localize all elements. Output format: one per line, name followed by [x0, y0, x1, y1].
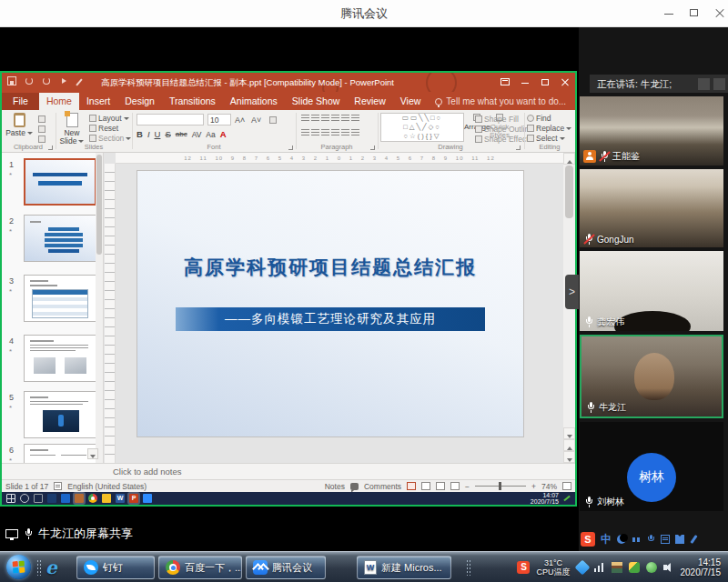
bold-button[interactable]: B [136, 129, 143, 139]
slide-thumbnail-4[interactable] [24, 335, 96, 382]
shapes-gallery[interactable]: ▭▭╲╲□○ □△╲╱◇○ ○☆(){}▽ [380, 113, 464, 142]
thumbnail-scroll-down-button[interactable] [87, 448, 98, 459]
close-button[interactable] [708, 0, 728, 27]
tray-app-icon[interactable] [612, 562, 622, 573]
next-slide-button[interactable] [563, 451, 575, 463]
taskbar-button-word[interactable]: W 新建 Micros... [357, 556, 451, 579]
font-name-box[interactable] [136, 114, 204, 125]
taskbar-button-dingtalk[interactable]: 钉钉 [76, 556, 155, 579]
find-button[interactable]: Find [527, 114, 551, 123]
remote-powerpoint-icon[interactable]: P [129, 494, 138, 503]
tab-transitions[interactable]: Transitions [162, 93, 223, 110]
strikethrough-button[interactable]: S [165, 129, 170, 139]
tab-slideshow[interactable]: Slide Show [285, 93, 348, 110]
participant-tile-1[interactable]: 王能鉴 [580, 96, 723, 166]
change-case-button[interactable]: Aa [206, 130, 215, 139]
sogou-tray-icon[interactable]: S [517, 561, 530, 574]
clear-format-button[interactable] [269, 115, 278, 125]
participant-tile-3[interactable]: 龚宏伟 [580, 251, 723, 331]
zoom-slider[interactable] [475, 486, 526, 487]
remote-meeting-icon[interactable] [143, 494, 152, 503]
slide-thumbnail-6[interactable] [24, 444, 96, 463]
zoom-out-button[interactable]: − [465, 482, 470, 491]
fit-to-window-button[interactable] [562, 482, 571, 490]
slide[interactable]: 高原学科预研项目结题总结汇报 ——多向模锻工艺理论研究及其应用 [137, 171, 523, 436]
tab-review[interactable]: Review [347, 93, 392, 110]
slide-sorter-view-button[interactable] [421, 482, 430, 490]
language-indicator[interactable]: English (United States) [67, 482, 147, 491]
reading-view-button[interactable] [436, 482, 445, 490]
ppt-restore-button[interactable] [535, 73, 555, 92]
normal-view-button[interactable] [407, 482, 416, 490]
paragraph-row2[interactable] [300, 128, 360, 139]
sidebar-collapse-handle[interactable]: > [565, 275, 579, 309]
tab-home[interactable]: Home [39, 93, 79, 110]
remote-taskview-icon[interactable] [34, 494, 43, 503]
shrink-font-button[interactable]: A˅ [251, 115, 261, 125]
voice-input-icon[interactable] [646, 535, 655, 544]
input-mode-chinese[interactable]: 中 [601, 532, 612, 547]
participant-tile-5[interactable]: 树林 刘树林 [580, 422, 723, 511]
zoom-in-button[interactable]: + [531, 482, 536, 491]
volume-icon[interactable] [663, 562, 674, 573]
italic-button[interactable]: I [147, 129, 150, 139]
thumbnail-scrollbar[interactable] [96, 153, 103, 463]
layout-button[interactable]: Layout [89, 114, 129, 123]
comments-toggle[interactable]: Comments [364, 482, 401, 491]
tab-insert[interactable]: Insert [79, 93, 117, 110]
tell-me-box[interactable]: Tell me what you want to do... [428, 96, 573, 110]
tray-green-icon[interactable] [629, 562, 640, 573]
shape-fill-button[interactable]: Shape Fill [475, 115, 519, 124]
slide-thumbnail-3[interactable] [24, 275, 96, 322]
grow-font-button[interactable]: A˄ [235, 115, 245, 125]
internet-explorer-icon[interactable]: e [46, 557, 57, 578]
new-slide-button[interactable]: NewSlide [56, 113, 87, 146]
settings-wrench-icon[interactable] [690, 535, 697, 544]
tab-animations[interactable]: Animations [223, 93, 285, 110]
remote-start-icon[interactable] [6, 494, 15, 503]
replace-button[interactable]: Replace [527, 124, 571, 133]
paragraph-row1[interactable] [300, 114, 360, 125]
remote-search-icon[interactable] [20, 494, 29, 503]
ppt-close-button[interactable] [555, 73, 575, 92]
remote-app-icon-3[interactable] [75, 494, 84, 503]
maximize-button[interactable] [682, 0, 706, 27]
notes-pane[interactable]: Click to add notes [2, 463, 575, 479]
font-size-box[interactable]: 10 [207, 114, 231, 125]
remote-word-icon[interactable]: W [116, 494, 125, 503]
remote-app-icon-2[interactable] [61, 494, 70, 503]
zoom-level[interactable]: 74% [541, 482, 557, 491]
select-button[interactable]: Select [527, 134, 565, 143]
shadow-button[interactable]: abc [176, 130, 187, 138]
punctuation-icon[interactable] [632, 535, 641, 544]
tab-view[interactable]: View [393, 93, 429, 110]
minimize-button[interactable] [657, 0, 681, 27]
remote-app-icon-1[interactable] [47, 494, 56, 503]
scrollbar-thumb[interactable] [565, 166, 573, 218]
scroll-up-button[interactable] [563, 153, 575, 165]
tab-file[interactable]: File [2, 93, 39, 110]
taskbar-clock[interactable]: 14:152020/7/15 [681, 557, 722, 577]
underline-button[interactable]: U [155, 129, 161, 139]
previous-slide-button[interactable] [563, 439, 575, 451]
ribbon-display-options-icon[interactable] [495, 73, 515, 92]
taskbar-button-chrome[interactable]: 百度一下，... [158, 556, 242, 579]
sogou-logo[interactable]: S [581, 532, 595, 547]
scroll-down-button[interactable] [563, 427, 575, 439]
skin-icon[interactable] [675, 535, 684, 544]
ppt-minimize-button[interactable] [515, 73, 535, 92]
copy-button[interactable] [38, 125, 47, 134]
slide-thumbnail-5[interactable] [24, 391, 96, 438]
font-color-button[interactable]: A [220, 129, 227, 139]
participant-tile-4[interactable]: 牛龙江 [580, 335, 723, 418]
spellcheck-icon[interactable] [54, 482, 62, 490]
slide-thumbnail-1[interactable] [24, 158, 96, 206]
tab-design[interactable]: Design [117, 93, 162, 110]
remote-explorer-icon[interactable] [102, 494, 111, 503]
slideshow-view-button[interactable] [450, 482, 460, 490]
network-signal-icon[interactable] [594, 563, 605, 572]
dingtalk-tray-icon[interactable] [574, 560, 590, 576]
reset-button[interactable]: Reset [89, 124, 118, 133]
fullhalf-moon-icon[interactable] [617, 535, 626, 544]
cut-button[interactable] [38, 115, 47, 124]
